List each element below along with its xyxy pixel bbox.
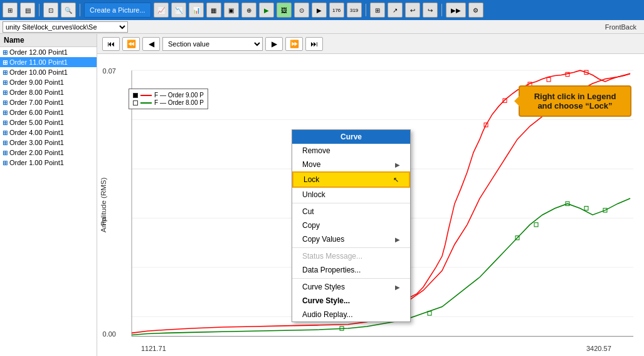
toolbar-v2[interactable]: 319	[347, 3, 362, 18]
separator-3	[366, 4, 366, 16]
separator-4	[441, 4, 442, 16]
nav-next-next-btn[interactable]: ⏩	[285, 37, 303, 51]
sidebar-item-label: Order 7.00 Point1	[9, 99, 64, 106]
sidebar-item[interactable]: ⊞ Order 12.00 Point1	[0, 47, 97, 57]
menu-item-audio-replay-label: Audio Replay...	[302, 310, 353, 319]
menu-item-copy-values[interactable]: Copy Values ▶	[292, 232, 410, 246]
legend-color-red	[140, 95, 152, 96]
menu-separator-2	[292, 247, 410, 248]
menu-item-copy-values-label: Copy Values	[302, 235, 344, 244]
menu-item-curve-style[interactable]: Curve Style...	[292, 294, 410, 308]
sidebar-item[interactable]: ⊞ Order 8.00 Point1	[0, 87, 97, 97]
menu-item-audio-replay[interactable]: Audio Replay...	[292, 308, 410, 321]
sidebar-item-label: Order 4.00 Point1	[9, 129, 64, 136]
cursor-icon: ↖	[393, 176, 399, 184]
toolbar-chart-5[interactable]: ▣	[224, 3, 239, 18]
legend-item-2: F — Order 8.00 P	[133, 99, 204, 106]
svg-text:0.00: 0.00	[103, 330, 116, 337]
sidebar-item-label: Order 12.00 Point1	[9, 48, 68, 56]
front-back-label: FrontBack	[605, 23, 641, 31]
sidebar: Name ⊞ Order 12.00 Point1 ⊞ Order 11.00 …	[0, 34, 97, 356]
menu-item-move[interactable]: Move ▶	[292, 158, 410, 171]
menu-separator-1	[292, 203, 410, 203]
sidebar-item[interactable]: ⊞ Order 3.00 Point1	[0, 138, 97, 148]
toolbar-chart-2[interactable]: 📉	[171, 3, 186, 18]
sidebar-item-label: Order 5.00 Point1	[9, 119, 64, 126]
toolbar-chart-1[interactable]: 📈	[154, 3, 169, 18]
menu-item-remove-label: Remove	[302, 146, 330, 155]
sidebar-item-label: Order 6.00 Point1	[9, 109, 64, 116]
section-value-select[interactable]: Section value	[162, 37, 263, 51]
toolbar-v1[interactable]: 176	[329, 3, 344, 18]
menu-item-data-props[interactable]: Data Properties...	[292, 263, 410, 277]
toolbar-chart-3[interactable]: 📊	[189, 3, 204, 18]
svg-text:3420.57: 3420.57	[586, 344, 611, 352]
callout-text: Right click in Legend and choose “Lock”	[534, 92, 616, 111]
menu-item-move-label: Move	[302, 160, 320, 169]
toolbar-anim[interactable]: ▶	[312, 3, 327, 18]
menu-item-copy[interactable]: Copy	[292, 218, 410, 232]
sidebar-item[interactable]: ⊞ Order 2.00 Point1	[0, 148, 97, 158]
sidebar-icon: ⊞	[3, 69, 8, 76]
sidebar-item-label: Order 11.00 Point1	[9, 58, 68, 66]
sidebar-item-label: Order 10.00 Point1	[9, 68, 68, 76]
toolbar-zoom[interactable]: ⊞	[370, 3, 385, 18]
path-bar: unity Site\lock_curves\lock\Se FrontBack	[0, 20, 644, 34]
menu-item-cut[interactable]: Cut	[292, 205, 410, 218]
toolbar-extra[interactable]: ▶▶	[446, 3, 466, 18]
sidebar-icon: ⊞	[3, 129, 8, 136]
sidebar-item-label: Order 2.00 Point1	[9, 149, 64, 156]
sidebar-item-label: Order 9.00 Point1	[9, 78, 64, 86]
sidebar-item[interactable]: ⊞ Order 1.00 Point1	[0, 158, 97, 168]
toolbar-settings[interactable]: ⚙	[468, 3, 483, 18]
toolbar-rec[interactable]: ⊙	[294, 3, 309, 18]
toolbar-cursor[interactable]: ↗	[388, 3, 403, 18]
toolbar-icon-3[interactable]: ⊡	[43, 3, 58, 18]
sidebar-item[interactable]: ⊞ Order 5.00 Point1	[0, 117, 97, 127]
nav-first-btn[interactable]: ⏮	[102, 37, 120, 51]
create-picture-btn[interactable]: Create a Picture...	[84, 3, 151, 18]
menu-item-curve-styles[interactable]: Curve Styles ▶	[292, 280, 410, 294]
sidebar-item-label: Order 8.00 Point1	[9, 89, 64, 96]
sidebar-item[interactable]: ⊞ Order 7.00 Point1	[0, 97, 97, 107]
toolbar-icon-2[interactable]: ▤	[20, 3, 35, 18]
chart-area: 0.07 0.00 1121.71 3420.57	[97, 54, 644, 356]
toolbar-fwd[interactable]: ↪	[423, 3, 438, 18]
menu-item-lock[interactable]: Lock ↖	[292, 171, 410, 188]
sidebar-item[interactable]: ⊞ Order 6.00 Point1	[0, 107, 97, 117]
toolbar-icon-4[interactable]: 🔍	[61, 3, 76, 18]
main-area: Name ⊞ Order 12.00 Point1 ⊞ Order 11.00 …	[0, 34, 644, 356]
nav-prev-btn[interactable]: ◀	[142, 37, 160, 51]
menu-item-curve-style-label: Curve Style...	[302, 296, 350, 305]
nav-bar: ⏮ ⏪ ◀ Section value ▶ ⏩ ⏭	[97, 34, 644, 54]
menu-item-status-label: Status Message...	[302, 252, 362, 261]
toolbar-play[interactable]: ▶	[259, 3, 274, 18]
sidebar-icon: ⊞	[3, 119, 8, 126]
nav-next-btn[interactable]: ▶	[265, 37, 283, 51]
menu-item-unlock-label: Unlock	[302, 190, 325, 199]
path-dropdown[interactable]: unity Site\lock_curves\lock\Se	[3, 21, 128, 33]
nav-prev-prev-btn[interactable]: ⏪	[122, 37, 140, 51]
sidebar-icon: ⊞	[3, 89, 8, 96]
nav-last-btn[interactable]: ⏭	[305, 37, 323, 51]
legend-color-green	[140, 102, 152, 104]
sidebar-item-label: Order 3.00 Point1	[9, 139, 64, 146]
menu-item-curve-styles-label: Curve Styles	[302, 283, 345, 291]
toolbar-back[interactable]: ↩	[405, 3, 420, 18]
sidebar-item[interactable]: ⊞ Order 10.00 Point1	[0, 67, 97, 77]
toolbar-chart-4[interactable]: ▦	[206, 3, 221, 18]
toolbar-chart-6[interactable]: ⊕	[241, 3, 256, 18]
menu-item-copy-label: Copy	[302, 221, 320, 230]
sidebar-item[interactable]: ⊞ Order 11.00 Point1	[0, 57, 97, 67]
toolbar-icon-1[interactable]: ⊞	[3, 3, 18, 18]
menu-item-lock-label: Lock	[304, 175, 319, 184]
legend-item-2-label: F — Order 8.00 P	[154, 99, 204, 106]
menu-item-unlock[interactable]: Unlock	[292, 188, 410, 202]
svg-text:0.07: 0.07	[103, 67, 116, 75]
sidebar-item[interactable]: ⊞ Order 9.00 Point1	[0, 77, 97, 87]
separator-2	[80, 4, 80, 16]
toolbar-img[interactable]: 🖼	[277, 3, 292, 18]
menu-item-remove[interactable]: Remove	[292, 144, 410, 158]
sidebar-item[interactable]: ⊞ Order 4.00 Point1	[0, 127, 97, 138]
sidebar-icon: ⊞	[3, 99, 8, 106]
